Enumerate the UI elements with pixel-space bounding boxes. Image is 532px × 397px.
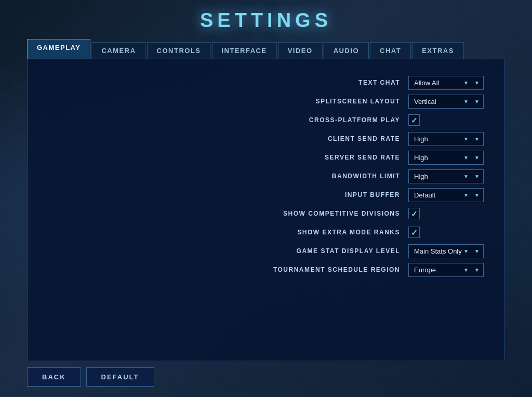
control-show-extra-mode-ranks: ✓ [408, 227, 484, 238]
control-server-send-rate: High▼ [408, 151, 484, 165]
back-button[interactable]: BACK [27, 367, 81, 387]
setting-row-text-chat: TEXT CHATAllow All▼ [48, 75, 484, 90]
label-tournament-schedule-region: TOURNAMENT SCHEDULE REGION [265, 266, 400, 273]
dropdown-arrow-bandwidth-limit: ▼ [463, 174, 469, 179]
dropdown-wrapper-client-send-rate: High▼ [408, 132, 484, 146]
dropdown-wrapper-splitscreen-layout: Vertical▼ [408, 95, 484, 109]
checkmark-show-extra-mode-ranks: ✓ [411, 229, 418, 236]
setting-row-splitscreen-layout: SPLITSCREEN LAYOUTVertical▼ [48, 94, 484, 109]
dropdown-arrow-tournament-schedule-region: ▼ [463, 267, 469, 273]
dropdown-value-server-send-rate: High [414, 154, 428, 162]
control-cross-platform-play: ✓ [408, 114, 484, 126]
dropdown-value-input-buffer: Default [414, 191, 435, 199]
dropdown-game-stat-display-level[interactable]: Main Stats Only▼ [408, 244, 484, 258]
dropdown-wrapper-tournament-schedule-region: Europe▼ [408, 263, 484, 277]
label-client-send-rate: CLIENT SEND RATE [265, 135, 400, 142]
content-panel: TEXT CHATAllow All▼SPLITSCREEN LAYOUTVer… [27, 59, 505, 361]
checkmark-cross-platform-play: ✓ [411, 116, 418, 124]
dropdown-wrapper-text-chat: Allow All▼ [408, 76, 484, 90]
dropdown-arrow-splitscreen-layout: ▼ [463, 99, 469, 104]
setting-row-tournament-schedule-region: TOURNAMENT SCHEDULE REGIONEurope▼ [48, 262, 484, 277]
setting-row-show-competitive-divisions: SHOW COMPETITIVE DIVISIONS✓ [48, 206, 484, 221]
label-show-extra-mode-ranks: SHOW EXTRA MODE RANKS [265, 229, 400, 236]
dropdown-server-send-rate[interactable]: High▼ [408, 151, 484, 165]
dropdown-wrapper-game-stat-display-level: Main Stats Only▼ [408, 244, 484, 258]
setting-row-bandwidth-limit: BANDWIDTH LIMITHigh▼ [48, 168, 484, 184]
settings-grid: TEXT CHATAllow All▼SPLITSCREEN LAYOUTVer… [48, 75, 484, 277]
tab-audio[interactable]: AUDIO [324, 42, 369, 59]
label-bandwidth-limit: BANDWIDTH LIMIT [265, 173, 400, 180]
label-input-buffer: INPUT BUFFER [265, 191, 400, 198]
control-tournament-schedule-region: Europe▼ [408, 263, 484, 277]
page-title: SETTINGS [200, 9, 332, 32]
label-splitscreen-layout: SPLITSCREEN LAYOUT [265, 98, 400, 105]
tab-gameplay[interactable]: GAMEPLAY [27, 39, 90, 59]
tab-extras[interactable]: EXTRAS [412, 42, 464, 59]
control-splitscreen-layout: Vertical▼ [408, 95, 484, 109]
tab-chat[interactable]: CHAT [370, 42, 411, 59]
dropdown-value-game-stat-display-level: Main Stats Only [414, 247, 462, 255]
dropdown-text-chat[interactable]: Allow All▼ [408, 76, 484, 90]
label-cross-platform-play: CROSS-PLATFORM PLAY [265, 116, 400, 124]
default-button[interactable]: DEFAULT [86, 367, 154, 387]
control-client-send-rate: High▼ [408, 132, 484, 146]
label-text-chat: TEXT CHAT [265, 79, 400, 86]
label-show-competitive-divisions: SHOW COMPETITIVE DIVISIONS [265, 210, 400, 217]
checkbox-wrap-show-competitive-divisions: ✓ [408, 208, 420, 219]
dropdown-wrapper-server-send-rate: High▼ [408, 151, 484, 165]
control-text-chat: Allow All▼ [408, 76, 484, 90]
dropdown-value-text-chat: Allow All [414, 79, 439, 87]
setting-row-game-stat-display-level: GAME STAT DISPLAY LEVELMain Stats Only▼ [48, 243, 484, 259]
checkbox-show-extra-mode-ranks[interactable]: ✓ [408, 227, 420, 238]
checkbox-cross-platform-play[interactable]: ✓ [408, 114, 420, 126]
dropdown-bandwidth-limit[interactable]: High▼ [408, 169, 484, 183]
setting-row-show-extra-mode-ranks: SHOW EXTRA MODE RANKS✓ [48, 224, 484, 240]
dropdown-input-buffer[interactable]: Default▼ [408, 188, 484, 202]
setting-row-input-buffer: INPUT BUFFERDefault▼ [48, 187, 484, 203]
control-bandwidth-limit: High▼ [408, 169, 484, 183]
dropdown-wrapper-bandwidth-limit: High▼ [408, 169, 484, 183]
control-input-buffer: Default▼ [408, 188, 484, 202]
checkbox-show-competitive-divisions[interactable]: ✓ [408, 208, 420, 219]
bottom-bar: BACK DEFAULT [27, 367, 505, 387]
dropdown-value-bandwidth-limit: High [414, 173, 428, 180]
label-game-stat-display-level: GAME STAT DISPLAY LEVEL [265, 247, 400, 255]
dropdown-wrapper-input-buffer: Default▼ [408, 188, 484, 202]
dropdown-arrow-text-chat: ▼ [463, 80, 469, 86]
tab-camera[interactable]: CAMERA [91, 42, 145, 59]
control-game-stat-display-level: Main Stats Only▼ [408, 244, 484, 258]
dropdown-tournament-schedule-region[interactable]: Europe▼ [408, 263, 484, 277]
checkbox-wrap-show-extra-mode-ranks: ✓ [408, 227, 420, 238]
label-server-send-rate: SERVER SEND RATE [265, 154, 400, 161]
dropdown-arrow-input-buffer: ▼ [463, 192, 469, 198]
tab-controls[interactable]: CONTROLS [147, 42, 211, 59]
dropdown-arrow-game-stat-display-level: ▼ [463, 248, 469, 254]
tab-video[interactable]: VIDEO [278, 42, 323, 59]
tabs-row: GAMEPLAYCAMERACONTROLSINTERFACEVIDEOAUDI… [27, 39, 505, 59]
setting-row-client-send-rate: CLIENT SEND RATEHigh▼ [48, 131, 484, 147]
dropdown-client-send-rate[interactable]: High▼ [408, 132, 484, 146]
dropdown-value-tournament-schedule-region: Europe [414, 266, 436, 274]
control-show-competitive-divisions: ✓ [408, 208, 484, 219]
dropdown-value-client-send-rate: High [414, 135, 428, 143]
dropdown-value-splitscreen-layout: Vertical [414, 98, 436, 105]
checkbox-wrap-cross-platform-play: ✓ [408, 114, 420, 126]
checkmark-show-competitive-divisions: ✓ [411, 210, 418, 218]
dropdown-arrow-server-send-rate: ▼ [463, 155, 469, 161]
dropdown-splitscreen-layout[interactable]: Vertical▼ [408, 95, 484, 109]
tab-interface[interactable]: INTERFACE [212, 42, 277, 59]
dropdown-arrow-client-send-rate: ▼ [463, 136, 469, 142]
setting-row-cross-platform-play: CROSS-PLATFORM PLAY✓ [48, 112, 484, 128]
setting-row-server-send-rate: SERVER SEND RATEHigh▼ [48, 150, 484, 165]
